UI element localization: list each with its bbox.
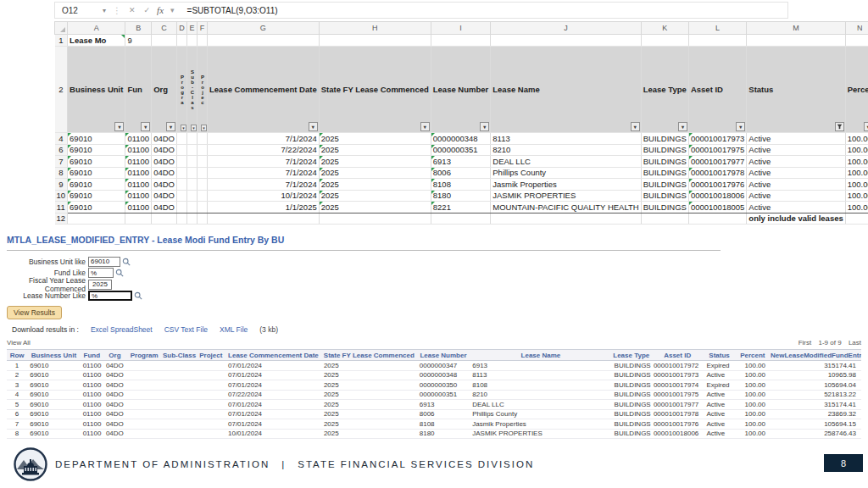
filter-funnel-icon[interactable] — [835, 122, 844, 131]
column-letter[interactable]: K — [641, 22, 688, 35]
cell[interactable] — [186, 167, 197, 179]
header-asset-id[interactable]: Asset ID▾ — [688, 47, 746, 133]
header-status[interactable]: Status — [747, 47, 845, 133]
cell[interactable]: 01100 — [125, 190, 152, 202]
cell-a1[interactable]: Lease Mo — [68, 35, 125, 47]
column-letter[interactable]: J — [491, 22, 641, 35]
cell[interactable] — [197, 202, 207, 214]
cell[interactable] — [197, 133, 207, 145]
cell[interactable] — [186, 202, 197, 214]
enter-icon[interactable]: ✓ — [140, 6, 155, 14]
cell[interactable]: 69010 — [68, 190, 125, 202]
row-number[interactable]: 8 — [55, 167, 68, 179]
cell[interactable]: 100.00 — [845, 167, 868, 179]
header-business-unit[interactable]: Business Unit▾ — [68, 47, 125, 133]
column-letter[interactable]: H — [319, 22, 431, 35]
column-letter[interactable]: G — [207, 22, 319, 35]
cell[interactable]: DEAL LLC — [491, 156, 641, 168]
cell[interactable]: 000010017977 — [688, 156, 746, 168]
cell[interactable]: Active — [747, 133, 845, 145]
download-csv-link[interactable]: CSV Text File — [164, 325, 208, 334]
header-org[interactable]: Org▾ — [152, 47, 177, 133]
download-excel-link[interactable]: Excel SpreadSheet — [91, 325, 153, 334]
row-number[interactable]: 10 — [55, 190, 68, 202]
filter-dropdown-icon[interactable]: ▾ — [114, 122, 124, 131]
cell[interactable]: 7/22/2024 — [207, 144, 319, 156]
cell[interactable]: 04DO — [152, 144, 177, 156]
column-letter[interactable]: L — [688, 22, 746, 35]
cell[interactable]: 04DO — [152, 179, 177, 191]
cell[interactable] — [186, 144, 197, 156]
column-letter[interactable]: N — [845, 22, 868, 35]
column-letter[interactable]: C — [152, 22, 177, 35]
cell[interactable]: Phillips County — [491, 167, 641, 179]
cell[interactable]: 10/1/2024 — [207, 190, 319, 202]
cell[interactable] — [186, 133, 197, 145]
lookup-icon[interactable] — [122, 258, 131, 266]
cell[interactable]: 1/1/2025 — [207, 202, 319, 214]
cell[interactable]: 7/1/2024 — [207, 156, 319, 168]
cell[interactable]: 8113 — [491, 133, 641, 145]
cell[interactable]: 69010 — [68, 202, 125, 214]
filter-dropdown-icon[interactable]: ▾ — [191, 125, 197, 131]
cell[interactable]: 2025 — [319, 190, 431, 202]
filter-dropdown-icon[interactable]: ▾ — [181, 125, 186, 131]
cell[interactable]: JASMIK PROPERTIES — [491, 190, 641, 202]
cell[interactable]: 04DO — [152, 190, 177, 202]
header-project[interactable]: Projec▾ — [197, 47, 207, 133]
cell[interactable]: 100.00 — [845, 133, 868, 145]
view-results-button[interactable]: View Results — [7, 306, 62, 319]
pagination-last[interactable]: Last — [849, 339, 861, 347]
view-all-link[interactable]: View All — [7, 339, 31, 347]
cell[interactable]: 000010017975 — [688, 144, 746, 156]
filter-dropdown-icon[interactable]: ▾ — [420, 122, 430, 131]
filter-dropdown-icon[interactable]: ▾ — [141, 122, 150, 131]
column-letter[interactable]: E — [186, 22, 197, 35]
cell[interactable] — [197, 156, 207, 168]
cell[interactable] — [186, 190, 197, 202]
column-letter[interactable]: A — [68, 22, 125, 35]
cell[interactable]: 2025 — [319, 167, 431, 179]
cell[interactable] — [186, 179, 197, 191]
cell[interactable]: Active — [747, 167, 845, 179]
column-letter[interactable]: I — [431, 22, 490, 35]
cell[interactable]: 8006 — [431, 167, 490, 179]
cell[interactable] — [176, 202, 186, 214]
cell[interactable]: 100.00 — [845, 202, 868, 214]
cell[interactable]: 100.00 — [845, 144, 868, 156]
header-lease-name[interactable]: Lease Name▾ — [491, 47, 641, 133]
chevron-down-icon[interactable]: ▾ — [103, 7, 109, 14]
cell[interactable] — [176, 156, 186, 168]
cell[interactable]: 2025 — [319, 133, 431, 145]
row-number[interactable]: 9 — [55, 179, 68, 191]
cell[interactable]: 7/1/2024 — [207, 179, 319, 191]
header-lease-number[interactable]: Lease Number▾ — [431, 47, 490, 133]
cell[interactable] — [197, 144, 207, 156]
cell[interactable]: Active — [747, 156, 845, 168]
cell[interactable]: 6913 — [431, 156, 490, 168]
fx-icon[interactable]: fx — [154, 5, 166, 15]
cell[interactable]: 04DO — [152, 167, 177, 179]
cell[interactable]: BUILDINGS — [641, 133, 688, 145]
cell[interactable]: 01100 — [125, 202, 152, 214]
fund-input[interactable] — [88, 268, 114, 278]
cell[interactable]: 2025 — [319, 156, 431, 168]
cell-b1[interactable]: 9 — [125, 35, 152, 47]
cell[interactable]: 04DO — [152, 133, 177, 145]
cell[interactable]: Active — [747, 190, 845, 202]
cell[interactable]: BUILDINGS — [641, 202, 688, 214]
header-lease-type[interactable]: Lease Type▾ — [641, 47, 688, 133]
cell[interactable]: Active — [747, 144, 845, 156]
header-fund[interactable]: Fun▾ — [125, 47, 152, 133]
column-letter[interactable]: D — [176, 22, 186, 35]
row-number[interactable]: 1 — [55, 35, 68, 47]
cell[interactable]: 04DO — [152, 156, 177, 168]
cell[interactable]: MOUNTAIN-PACIFIC QUALITY HEALTH — [491, 202, 641, 214]
cell[interactable]: BUILDINGS — [641, 144, 688, 156]
row-number[interactable]: 2 — [55, 47, 68, 133]
lookup-icon[interactable] — [134, 291, 142, 300]
cell[interactable]: 04DO — [152, 202, 177, 214]
column-letter[interactable]: M — [747, 22, 845, 35]
chevron-down-icon[interactable]: ▾ — [166, 6, 179, 14]
cell[interactable]: 01100 — [125, 156, 152, 168]
